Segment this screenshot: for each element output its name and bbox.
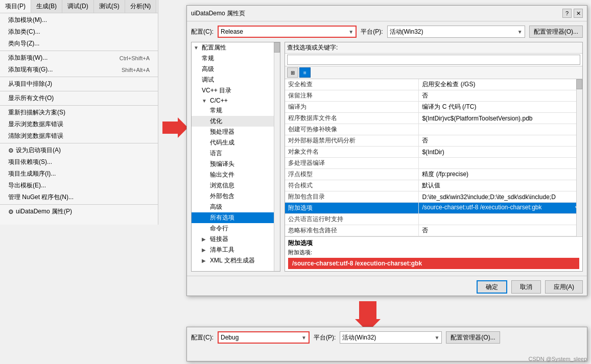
sidebar-item-add-new[interactable]: 添加新项(W)... Ctrl+Shift+A bbox=[0, 52, 158, 64]
menu-tab-analyze[interactable]: 分析(N) bbox=[125, 0, 157, 13]
expand-icon-xml: ▶ bbox=[202, 258, 210, 263]
sidebar-item-export-template[interactable]: 导出模板(E)... bbox=[0, 180, 158, 191]
tree-item-manifest[interactable]: ▶ 清单工具 bbox=[192, 245, 280, 255]
tree-item-cmdline[interactable]: 命令行 bbox=[192, 223, 280, 234]
platform-bottom-select[interactable]: 活动(Win32) ▼ bbox=[340, 331, 442, 344]
tree-panel[interactable]: ▼ 配置属性 常规 高级 调试 VC++ 目录 ▼ C/C++ 常规 优化 预处… bbox=[191, 42, 280, 272]
dialog-titlebar: uiDataDemo 属性页 ? ✕ bbox=[187, 6, 587, 21]
props-bottom-value: /source-charset:utf-8 /execution-charset… bbox=[288, 258, 579, 269]
prop-value-compile-as: 编译为 C 代码 (/TC) bbox=[419, 102, 582, 113]
prop-row-preserve-comments: 保留注释 否 bbox=[285, 90, 582, 102]
config-bottom-mgr-button[interactable]: 配置管理器(O)... bbox=[446, 331, 500, 344]
prop-name-obj-name: 对象文件名 bbox=[285, 147, 419, 158]
prop-row-additional-opts[interactable]: 附加选项 /source-charset:utf-8 /execution-ch… bbox=[285, 203, 582, 214]
titlebar-help-button[interactable]: ? bbox=[562, 9, 572, 18]
tree-item-linker[interactable]: ▶ 链接器 bbox=[192, 234, 280, 245]
prop-value-multiproc bbox=[419, 158, 582, 169]
tree-item-precompiled[interactable]: 预编译头 bbox=[192, 159, 280, 169]
sidebar-item-show-db-errors[interactable]: 显示浏览数据库错误 bbox=[0, 118, 158, 130]
tree-item-advanced[interactable]: 高级 bbox=[192, 64, 280, 75]
tree-item-cpp[interactable]: ▼ C/C++ bbox=[192, 96, 280, 105]
prop-row-clr: 公共语言运行时支持 bbox=[285, 214, 582, 225]
prop-value-ignore-std-include: 否 bbox=[419, 225, 582, 236]
separator-1 bbox=[0, 51, 158, 51]
config-select-value: Release bbox=[221, 28, 243, 35]
tree-item-external-include[interactable]: 外部包含 bbox=[192, 191, 280, 202]
platform-select[interactable]: 活动(Win32) ▼ bbox=[387, 26, 525, 38]
sidebar-item-class-wizard[interactable]: 类向导(Z)... bbox=[0, 38, 158, 50]
tree-item-optimize[interactable]: 优化 bbox=[192, 116, 280, 127]
tree-item-output-file[interactable]: 输出文件 bbox=[192, 169, 280, 180]
prop-row-security: 安全检查 启用安全检查 (/GS) bbox=[285, 79, 582, 90]
prop-name-ignore-std-include: 忽略标准包含路径 bbox=[285, 225, 419, 236]
prop-value-obj-name: $(IntDir) bbox=[419, 147, 582, 158]
tree-item-all-options[interactable]: 所有选项 bbox=[192, 212, 280, 223]
props-search-input[interactable] bbox=[287, 55, 580, 65]
prop-row-float: 浮点模型 精度 (/fp:precise) bbox=[285, 169, 582, 180]
tree-item-xml-gen[interactable]: ▶ XML 文档生成器 bbox=[192, 255, 280, 266]
tree-item-cpp-advanced[interactable]: 高级 bbox=[192, 202, 280, 212]
sidebar-item-build-order[interactable]: 项目生成顺序(I)... bbox=[0, 168, 158, 180]
prop-value-hotpatch bbox=[419, 124, 582, 135]
platform-select-arrow: ▼ bbox=[517, 29, 523, 35]
sidebar-item-exclude[interactable]: 从项目中排除(J) bbox=[0, 78, 158, 90]
prop-row-compile-as: 编译为 编译为 C 代码 (/TC) bbox=[285, 102, 582, 113]
prop-value-include-dirs: D:\ite_sdk\win32\include;D:\ite_sdk\sdk\… bbox=[419, 191, 582, 203]
sidebar-item-manage-nuget[interactable]: 管理 NuGet 程序包(N)... bbox=[0, 191, 158, 203]
sidebar-item-clear-db-errors[interactable]: 清除浏览数据库错误 bbox=[0, 130, 158, 142]
platform-bottom-label: 平台(P): bbox=[314, 333, 336, 342]
sidebar-item-project-deps[interactable]: 项目依赖项(S)... bbox=[0, 156, 158, 168]
separator-4 bbox=[0, 105, 158, 106]
prop-name-preserve-comments: 保留注释 bbox=[285, 90, 419, 102]
props-toolbar-grid-btn[interactable]: ⊞ bbox=[287, 67, 298, 78]
prop-value-conformance: 默认值 bbox=[419, 180, 582, 191]
props-toolbar: ⊞ ≡ bbox=[285, 66, 582, 79]
separator-5 bbox=[0, 143, 158, 143]
titlebar-close-button[interactable]: ✕ bbox=[574, 9, 583, 18]
tree-item-code-gen[interactable]: 代码生成 bbox=[192, 137, 280, 148]
sidebar-item-rescan[interactable]: 重新扫描解决方案(S) bbox=[0, 107, 158, 118]
tree-item-browse-info[interactable]: 浏览信息 bbox=[192, 180, 280, 191]
tree-item-preprocessor[interactable]: 预处理器 bbox=[192, 127, 280, 137]
tree-item-vc-dirs[interactable]: VC++ 目录 bbox=[192, 85, 280, 96]
tree-item-cpp-general[interactable]: 常规 bbox=[192, 105, 280, 116]
arrow-right-indicator bbox=[162, 117, 188, 138]
sidebar-item-add-module[interactable]: 添加模块(M)... bbox=[0, 14, 158, 26]
config-select[interactable]: Release ▼ bbox=[218, 26, 357, 38]
sidebar-item-properties[interactable]: ⚙ uiDataDemo 属性(P) bbox=[0, 206, 158, 217]
props-search-row bbox=[285, 54, 582, 66]
shortcut-add-new: Ctrl+Shift+A bbox=[120, 55, 150, 61]
config-mgr-button[interactable]: 配置管理器(O)... bbox=[529, 26, 583, 38]
props-toolbar-list-btn[interactable]: ≡ bbox=[299, 67, 311, 78]
tree-item-language[interactable]: 语言 bbox=[192, 148, 280, 159]
separator-2 bbox=[0, 77, 158, 77]
menu-tab-project[interactable]: 项目(P) bbox=[0, 0, 31, 13]
prop-name-compile-as: 编译为 bbox=[285, 102, 419, 113]
tree-item-config-props[interactable]: ▼ 配置属性 bbox=[192, 42, 280, 53]
props-scrollbar-track[interactable] bbox=[576, 79, 582, 236]
sidebar: 项目(P) 生成(B) 调试(D) 测试(S) 分析(N) 添加模块(M)...… bbox=[0, 0, 158, 225]
sidebar-item-show-all-files[interactable]: 显示所有文件(O) bbox=[0, 92, 158, 104]
tree-item-general[interactable]: 常规 bbox=[192, 53, 280, 64]
menu-tab-debug[interactable]: 调试(D) bbox=[62, 0, 94, 13]
props-search-label: 查找选项或关键字: bbox=[285, 42, 582, 54]
props-panel: 查找选项或关键字: ⊞ ≡ 安全检查 启用安全检查 bbox=[285, 42, 583, 272]
sidebar-menu-tabs: 项目(P) 生成(B) 调试(D) 测试(S) 分析(N) bbox=[0, 0, 158, 13]
apply-button[interactable]: 应用(A) bbox=[545, 280, 583, 294]
menu-tab-build[interactable]: 生成(B) bbox=[31, 0, 62, 13]
prop-value-clr bbox=[419, 214, 582, 225]
prop-name-conformance: 符合模式 bbox=[285, 180, 419, 191]
config-label: 配置(C): bbox=[191, 28, 214, 36]
tree-item-debug[interactable]: 调试 bbox=[192, 75, 280, 85]
sidebar-item-add-class[interactable]: 添加类(C)... bbox=[0, 26, 158, 38]
config-bottom-select[interactable]: Debug ▼ bbox=[218, 331, 310, 344]
props-table: 安全检查 启用安全检查 (/GS) 保留注释 否 编译为 编译为 C 代码 (/… bbox=[285, 79, 582, 236]
tree-scrollbar-track[interactable] bbox=[274, 42, 280, 271]
sidebar-item-set-startup[interactable]: ⚙ 设为启动项目(A) bbox=[0, 144, 158, 156]
cancel-button[interactable]: 取消 bbox=[511, 280, 541, 294]
sidebar-item-add-existing[interactable]: 添加现有项(G)... Shift+Alt+A bbox=[0, 64, 158, 76]
ok-button[interactable]: 确定 bbox=[477, 280, 507, 294]
tree-scrollbar-thumb[interactable] bbox=[274, 42, 280, 53]
props-scrollbar-thumb[interactable] bbox=[576, 79, 582, 89]
menu-tab-test[interactable]: 测试(S) bbox=[94, 0, 125, 13]
